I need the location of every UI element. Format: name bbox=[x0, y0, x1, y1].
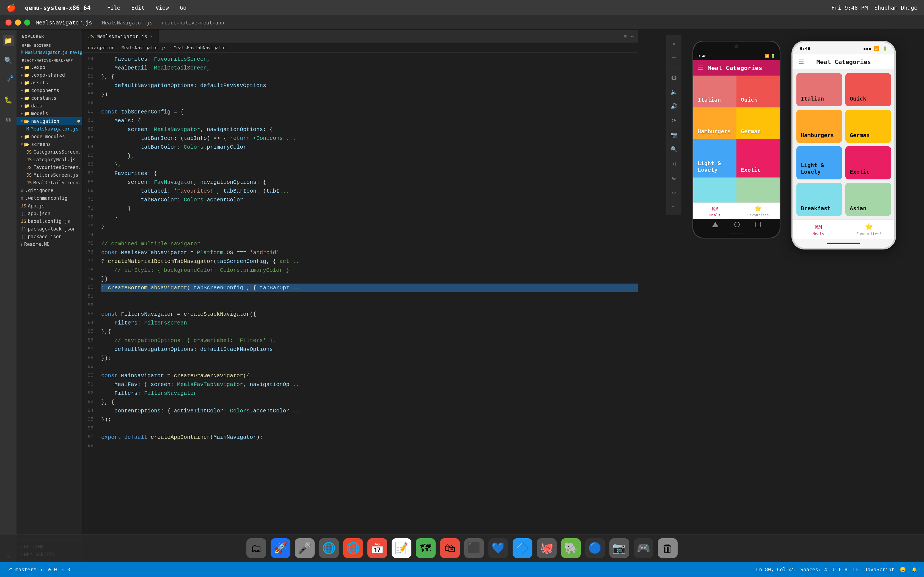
android-home-button[interactable] bbox=[734, 222, 740, 227]
sidebar-item-gitignore[interactable]: ⚙ .gitignore bbox=[16, 187, 82, 194]
ios-menu-icon[interactable]: ☰ bbox=[799, 58, 804, 65]
close-sim-button[interactable]: ✕ bbox=[669, 38, 680, 49]
sidebar-item-navigation[interactable]: ▼ 📂 navigation bbox=[16, 117, 82, 125]
tab-meals-navigator[interactable]: JS MealsNavigator.js × bbox=[82, 30, 159, 43]
errors-indicator[interactable]: ⊗ 0 bbox=[48, 567, 57, 572]
android-back-button[interactable] bbox=[712, 222, 719, 227]
zoom-out-button[interactable]: 🔍 bbox=[669, 144, 680, 155]
dock-extra1[interactable]: 🔵 bbox=[585, 538, 605, 558]
more-button[interactable]: ⋯ bbox=[669, 201, 680, 212]
language-mode[interactable]: JavaScript bbox=[864, 567, 894, 572]
meal-card-german[interactable]: German bbox=[737, 108, 780, 139]
tab-close-button[interactable]: × bbox=[150, 34, 153, 39]
sidebar-item-categories[interactable]: JS CategoriesScreen.js bbox=[16, 148, 82, 156]
dock-calendar[interactable]: 📅 bbox=[367, 538, 387, 558]
breadcrumb-symbol[interactable]: MealsFavTabNavigator bbox=[173, 45, 226, 50]
meal-card-extra2[interactable] bbox=[737, 177, 780, 203]
android-recents-button[interactable] bbox=[755, 222, 761, 227]
dock-safari[interactable]: 🌐 bbox=[319, 538, 339, 558]
minimize-button[interactable] bbox=[15, 19, 21, 26]
line-endings[interactable]: LF bbox=[853, 567, 859, 572]
sidebar-item-assets[interactable]: ▶ 📁 assets bbox=[16, 79, 82, 87]
dock-extra2[interactable]: 📷 bbox=[609, 538, 629, 558]
rotate-button[interactable]: ⟳ bbox=[669, 115, 680, 126]
code-content[interactable]: Favourites: FavouritesScreen, MealDetail… bbox=[99, 53, 638, 562]
dock-siri[interactable]: 🎤 bbox=[295, 538, 315, 558]
explorer-icon[interactable]: 📁 bbox=[3, 35, 14, 46]
sidebar-item-models[interactable]: ▶ 📁 models bbox=[16, 110, 82, 117]
volume-down-button[interactable]: 🔈 bbox=[669, 87, 680, 98]
sidebar-item-app-json[interactable]: {} app.json bbox=[16, 210, 82, 218]
sidebar-item-package[interactable]: {} package.json bbox=[16, 233, 82, 240]
close-button[interactable] bbox=[5, 19, 11, 26]
dock-maps[interactable]: 🗺 bbox=[416, 538, 436, 558]
menu-edit[interactable]: Edit bbox=[131, 5, 145, 11]
ios-meal-card-breakfast[interactable]: Breakfast bbox=[796, 183, 842, 216]
sidebar-item-screens[interactable]: ▼ 📂 screens bbox=[16, 140, 82, 148]
open-editor-file[interactable]: M MealsNavigator.js navig... M bbox=[16, 48, 82, 56]
android-nav-meals[interactable]: 🍽 Meals bbox=[693, 203, 737, 219]
home-sim-button[interactable]: ◎ bbox=[669, 172, 680, 183]
more-actions-icon[interactable]: ⋯ bbox=[631, 34, 633, 39]
meal-card-extra1[interactable] bbox=[693, 177, 737, 203]
volume-up-button[interactable]: 🔊 bbox=[669, 101, 680, 112]
extensions-icon[interactable]: ⧉ bbox=[3, 114, 14, 125]
warnings-indicator[interactable]: ⚠ 0 bbox=[61, 567, 70, 572]
sidebar-item-node-modules[interactable]: ▶ 📁 node_modules bbox=[16, 133, 82, 140]
square-button[interactable]: ▭ bbox=[669, 187, 680, 198]
meal-card-quick[interactable]: Quick bbox=[737, 76, 780, 108]
meal-card-italian[interactable]: Italian bbox=[693, 76, 737, 108]
sidebar-item-app[interactable]: JS App.js bbox=[16, 202, 82, 210]
git-branch[interactable]: ⎇ master* bbox=[6, 567, 36, 572]
menu-view[interactable]: View bbox=[156, 5, 169, 11]
meal-card-light-lovely[interactable]: Light &Lovely bbox=[693, 139, 737, 177]
menu-go[interactable]: Go bbox=[180, 5, 186, 11]
dock-app-store[interactable]: 🛍 bbox=[440, 538, 460, 558]
meal-card-hamburgers[interactable]: Hamburgers bbox=[693, 108, 737, 139]
ios-meal-card-hamburgers[interactable]: Hamburgers bbox=[796, 110, 842, 143]
split-editor-icon[interactable]: ⊞ bbox=[624, 34, 627, 39]
sidebar-item-category-meal[interactable]: JS CategoryMeal.js bbox=[16, 156, 82, 163]
maximize-button[interactable] bbox=[24, 19, 30, 26]
apple-menu[interactable]: 🍎 bbox=[6, 3, 16, 12]
file-encoding[interactable]: UTF-8 bbox=[833, 567, 848, 572]
ios-meal-card-quick[interactable]: Quick bbox=[845, 73, 891, 106]
dock-evernote[interactable]: 🐘 bbox=[561, 538, 581, 558]
ios-meal-card-exotic[interactable]: Exotic bbox=[845, 146, 891, 179]
dock-chrome[interactable]: 🌐 bbox=[343, 538, 363, 558]
dock-extra3[interactable]: 🎮 bbox=[633, 538, 653, 558]
sidebar-item-expo[interactable]: ▶ 📁 .expo bbox=[16, 63, 82, 71]
dock-vscode[interactable]: 💙 bbox=[488, 538, 508, 558]
ios-nav-meals[interactable]: 🍽 Meals bbox=[793, 219, 844, 239]
minimize-sim-button[interactable]: ─ bbox=[669, 52, 680, 63]
dock-finder[interactable]: 🗂 bbox=[246, 538, 266, 558]
screenshot-button[interactable]: 📷 bbox=[669, 129, 680, 140]
sidebar-item-constants[interactable]: ▶ 📁 constants bbox=[16, 94, 82, 102]
menu-file[interactable]: File bbox=[107, 5, 120, 11]
cursor-position[interactable]: Ln 80, Col 45 bbox=[756, 567, 795, 572]
dock-terminal[interactable]: ⬛ bbox=[464, 538, 484, 558]
sidebar-item-meal-detail[interactable]: JS MealDetailScreen.js bbox=[16, 179, 82, 187]
breadcrumb-file[interactable]: MealsNavigator.js bbox=[121, 45, 166, 50]
sidebar-item-package-lock[interactable]: {} package-lock.json bbox=[16, 225, 82, 233]
sidebar-item-favourites[interactable]: JS FavouritesScreen.js bbox=[16, 163, 82, 171]
indent-spaces[interactable]: Spaces: 4 bbox=[800, 567, 827, 572]
android-nav-favourites[interactable]: ⭐ Favourites bbox=[737, 203, 780, 219]
meal-card-exotic[interactable]: Exotic bbox=[737, 139, 780, 177]
ios-meal-card-german[interactable]: German bbox=[845, 110, 891, 143]
dock-trash[interactable]: 🗑 bbox=[658, 538, 678, 558]
sidebar-item-watchman[interactable]: ⚙ .watchmanconfig bbox=[16, 194, 82, 202]
breadcrumb-navigation[interactable]: navigation bbox=[88, 45, 115, 50]
dock-vscode2[interactable]: 🔷 bbox=[513, 538, 532, 558]
ios-nav-favourites[interactable]: ⭐ Favourites! bbox=[844, 219, 894, 239]
sidebar-item-readme[interactable]: ℹ Readme.MD bbox=[16, 240, 82, 248]
dock-sourcetree[interactable]: 🐙 bbox=[537, 538, 557, 558]
dock-notes[interactable]: 📝 bbox=[392, 538, 411, 558]
sidebar-item-meals-navigator[interactable]: M MealsNavigator.js bbox=[16, 125, 82, 133]
sidebar-item-filters[interactable]: JS FiltersScreen.js bbox=[16, 171, 82, 179]
dock-launchpad[interactable]: 🚀 bbox=[271, 538, 291, 558]
android-menu-icon[interactable]: ☰ bbox=[698, 64, 703, 71]
code-editor[interactable]: 5455565758 5960616263 6465666768 6970717… bbox=[82, 53, 638, 562]
sidebar-item-babel[interactable]: JS babel.config.js bbox=[16, 218, 82, 225]
window-controls[interactable] bbox=[5, 19, 30, 26]
